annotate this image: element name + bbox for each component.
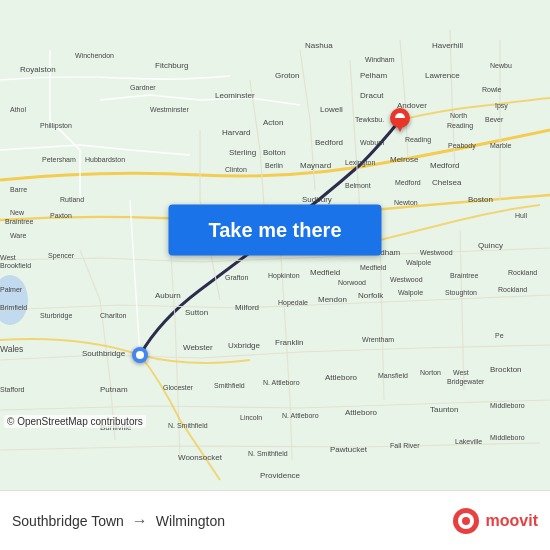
take-me-there-button[interactable]: Take me there — [168, 205, 381, 256]
svg-text:Pelham: Pelham — [360, 71, 387, 80]
svg-text:Medford: Medford — [395, 179, 421, 186]
svg-point-121 — [136, 351, 144, 359]
svg-text:Taunton: Taunton — [430, 405, 458, 414]
svg-text:Norwood: Norwood — [338, 279, 366, 286]
svg-text:Norton: Norton — [420, 369, 441, 376]
route-info: Southbridge Town → Wilmington — [12, 512, 452, 530]
svg-text:Bridgewater: Bridgewater — [447, 378, 485, 386]
svg-text:Norfolk: Norfolk — [358, 291, 384, 300]
osm-credit: © OpenStreetMap contributors — [4, 415, 146, 428]
svg-text:Southbridge: Southbridge — [82, 349, 126, 358]
svg-text:Bedford: Bedford — [315, 138, 343, 147]
svg-text:Dracut: Dracut — [360, 91, 384, 100]
svg-text:Peabody: Peabody — [448, 142, 476, 150]
svg-text:Medfield: Medfield — [360, 264, 387, 271]
svg-text:Clinton: Clinton — [225, 166, 247, 173]
svg-text:Stafford: Stafford — [0, 386, 24, 393]
svg-text:Newbu: Newbu — [490, 62, 512, 69]
svg-text:Fitchburg: Fitchburg — [155, 61, 188, 70]
svg-text:Westminster: Westminster — [150, 106, 189, 113]
svg-text:Middleboro: Middleboro — [490, 434, 525, 441]
svg-text:Attleboro: Attleboro — [345, 408, 378, 417]
svg-text:Providence: Providence — [260, 471, 301, 480]
svg-text:Rowle: Rowle — [482, 86, 502, 93]
svg-text:Lincoln: Lincoln — [240, 414, 262, 421]
svg-text:Paxton: Paxton — [50, 212, 72, 219]
svg-text:Bever: Bever — [485, 116, 504, 123]
svg-text:Pawtucket: Pawtucket — [330, 445, 368, 454]
svg-text:Medfield: Medfield — [310, 268, 340, 277]
svg-text:Rockland: Rockland — [508, 269, 537, 276]
svg-text:Braintree: Braintree — [450, 272, 479, 279]
svg-text:Uxbridge: Uxbridge — [228, 341, 261, 350]
svg-text:Reading: Reading — [447, 122, 473, 130]
svg-text:Lawrence: Lawrence — [425, 71, 460, 80]
svg-text:Bolton: Bolton — [263, 148, 286, 157]
svg-text:Wrentham: Wrentham — [362, 336, 394, 343]
bottom-bar: Southbridge Town → Wilmington moovit — [0, 490, 550, 550]
svg-text:Lakeville: Lakeville — [455, 438, 482, 445]
svg-text:Grafton: Grafton — [225, 274, 248, 281]
svg-text:Glocester: Glocester — [163, 384, 194, 391]
map-container: Royalston Winchendon Fitchburg Gardner W… — [0, 0, 550, 490]
svg-text:Woburn: Woburn — [360, 139, 384, 146]
svg-text:West: West — [0, 254, 16, 261]
svg-text:Winchendon: Winchendon — [75, 52, 114, 59]
svg-text:Ware: Ware — [10, 232, 27, 239]
svg-text:N. Attleboro: N. Attleboro — [282, 412, 319, 419]
svg-text:West: West — [453, 369, 469, 376]
svg-text:Barre: Barre — [10, 186, 27, 193]
svg-text:Hubbardston: Hubbardston — [85, 156, 125, 163]
svg-text:N. Attleboro: N. Attleboro — [263, 379, 300, 386]
svg-text:Gardner: Gardner — [130, 84, 156, 91]
svg-text:Rutland: Rutland — [60, 196, 84, 203]
svg-text:Fall River: Fall River — [390, 442, 420, 449]
svg-text:Melrose: Melrose — [390, 155, 419, 164]
svg-text:Mendon: Mendon — [318, 295, 347, 304]
svg-point-124 — [462, 517, 470, 525]
svg-text:Quincy: Quincy — [478, 241, 503, 250]
from-label: Southbridge Town — [12, 513, 124, 529]
svg-text:Middleboro: Middleboro — [490, 402, 525, 409]
svg-text:Groton: Groton — [275, 71, 299, 80]
svg-text:Palmer: Palmer — [0, 286, 23, 293]
svg-text:Chelsea: Chelsea — [432, 178, 462, 187]
arrow-icon: → — [132, 512, 148, 530]
svg-text:Smithfield: Smithfield — [214, 382, 245, 389]
svg-text:Windham: Windham — [365, 56, 395, 63]
svg-text:Hull: Hull — [515, 212, 528, 219]
svg-text:Lexington: Lexington — [345, 159, 375, 167]
svg-text:Franklin: Franklin — [275, 338, 303, 347]
svg-text:Sterling: Sterling — [229, 148, 256, 157]
svg-text:Stoughton: Stoughton — [445, 289, 477, 297]
svg-text:North: North — [450, 112, 467, 119]
svg-text:Putnam: Putnam — [100, 385, 128, 394]
svg-text:Ipsy: Ipsy — [495, 102, 508, 110]
svg-text:Phillipston: Phillipston — [40, 122, 72, 130]
svg-text:Royalston: Royalston — [20, 65, 56, 74]
svg-text:Maynard: Maynard — [300, 161, 331, 170]
svg-text:Harvard: Harvard — [222, 128, 250, 137]
svg-text:Athol: Athol — [10, 106, 26, 113]
moovit-icon-svg — [452, 507, 480, 535]
svg-text:Walpole: Walpole — [406, 259, 431, 267]
svg-text:Webster: Webster — [183, 343, 213, 352]
svg-text:Sutton: Sutton — [185, 308, 208, 317]
svg-text:Westwood: Westwood — [390, 276, 423, 283]
to-label: Wilmington — [156, 513, 225, 529]
origin-dot — [132, 347, 148, 363]
svg-text:Pe: Pe — [495, 332, 504, 339]
svg-text:Boston: Boston — [468, 195, 493, 204]
svg-text:Walpole: Walpole — [398, 289, 423, 297]
svg-text:N. Smithfield: N. Smithfield — [248, 450, 288, 457]
svg-text:Hopedale: Hopedale — [278, 299, 308, 307]
svg-text:Nashua: Nashua — [305, 41, 333, 50]
svg-text:Sturbridge: Sturbridge — [40, 312, 72, 320]
svg-text:Belmont: Belmont — [345, 182, 371, 189]
svg-text:Sudbury: Sudbury — [302, 195, 332, 204]
svg-text:Mansfield: Mansfield — [378, 372, 408, 379]
svg-text:Leominster: Leominster — [215, 91, 255, 100]
svg-text:Petersham: Petersham — [42, 156, 76, 163]
svg-text:Reading: Reading — [405, 136, 431, 144]
svg-text:Milford: Milford — [235, 303, 259, 312]
